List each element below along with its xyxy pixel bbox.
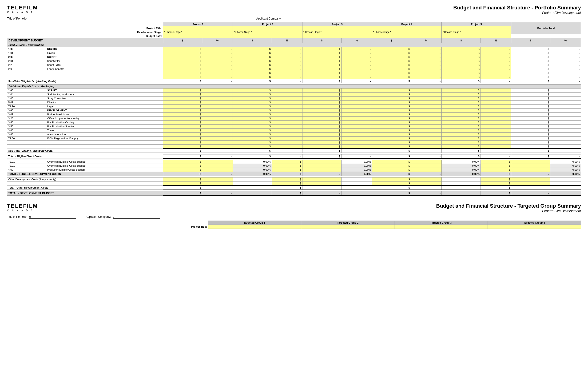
subtotal-scriptwriting-row: Sub-Total (Eligible Scriptwriting Costs)… [7, 79, 581, 83]
table-row: 1.01Option $- $- $- $- $- $- [7, 51, 581, 55]
page2-subtitle: Feature Film Development [436, 209, 581, 213]
total-eligible-dev-row: TOTAL - ELIGIBLE DEVELOPMENT COSTS $ - 0… [7, 172, 581, 176]
project-title-label: Project Title: [7, 26, 163, 30]
telefilm-logo: TELEFILM [7, 5, 38, 11]
table-row: 3.00DEVELOPMENT $- $- $- $- $- $- [7, 109, 581, 112]
table-row: 2.04Scriptwriting workshops $- $- $- $- … [7, 92, 581, 97]
applicant-label: Applicant Company: [256, 17, 281, 20]
table-row: 2.05Story Consultant $- $- $- $- $- $- [7, 97, 581, 100]
project4-header: Project 4 [372, 22, 441, 26]
table-row: 72.50ISAN Registration (if appl.) $- $- … [7, 137, 581, 141]
page2-title: Budget and Financial Structure - Targete… [436, 203, 581, 209]
table-row: $ $ $ $ $ $ [7, 71, 581, 75]
budget-table: Project 1 Project 2 Project 3 Project 4 … [7, 22, 581, 164]
table-row: 2.90Fringe benefits $- $- $- $- $- $- [7, 67, 581, 71]
targeted-groups-table: Targeted Group 1 Targeted Group 2 Target… [7, 221, 581, 229]
table-row: $- $- $- $- $- $- [7, 144, 581, 149]
tg3-header: Targeted Group 3 [394, 221, 488, 225]
applicant-label-2: Applicant Company: [86, 215, 111, 219]
table-row: 3.25Office (co-productions only) $- $- $… [7, 117, 581, 121]
applicant-value-2: 0 [113, 215, 160, 219]
table-row: $- $- $- $- $- $- [7, 75, 581, 79]
table-row: 2.00SCRIPT $- $- $- $- $- $- [7, 88, 581, 92]
project2-header: Project 2 [233, 22, 303, 26]
other-dev-row2: $- $- $- $- [7, 181, 581, 186]
table-row: 3.65Accommodation $- $- $- $- $- $- [7, 132, 581, 137]
subtotal-packaging-row: Sub-Total (Eligible Packaging Costs) $ -… [7, 149, 581, 153]
portfolio-total-header: Portfolio Total [511, 22, 581, 34]
project3-header: Project 3 [302, 22, 372, 26]
tg1-header: Targeted Group 1 [208, 221, 301, 225]
table-row: 3.60Travel $- $- $- $- $- $- [7, 129, 581, 132]
scriptwriting-section-header: Eligible Costs - Scriptwriting [7, 43, 581, 47]
other-dev-row1: Other Development Costs (if any; specify… [7, 177, 581, 181]
table-row: $ $ $ $ $ $ [7, 141, 581, 144]
overhead-producer-table: 72.01Overhead (Eligible Costs Budget) $-… [7, 164, 581, 196]
table-row: 3.50Pre-Production Scouting $- $- $- $- … [7, 124, 581, 129]
table-row: 2.00SCRIPT $- $- $- $- $- $- [7, 55, 581, 59]
portfolio-label: Title of Portfolio: [7, 17, 27, 20]
table-row: 2.01Scriptwriter $- $- $- $- $- $- [7, 59, 581, 63]
table-row: 5.01Director $- $- $- $- $- $- [7, 100, 581, 105]
table-row: 3.40Pre-Production Casting $- $- $- $- $… [7, 121, 581, 124]
canada-text: C A N A D A [7, 11, 38, 14]
budget-date-label: Budget Date: [7, 34, 163, 38]
logo-area-2: TELEFILM C A N A D A [7, 203, 38, 212]
page-subtitle: Feature Film Development [453, 11, 581, 15]
project5-header: Project 5 [441, 22, 511, 26]
overhead-row: 72.01Overhead (Eligible Costs Budget) $-… [7, 160, 581, 164]
portfolio-label-2: Title of Portfolio: [7, 215, 27, 219]
telefilm-logo-2: TELEFILM [7, 203, 38, 209]
table-row: 71.10Legal $- $- $- $- $- $- [7, 105, 581, 109]
overhead-row: 72.01Overhead (Eligible Costs Budget) $-… [7, 164, 581, 168]
dev-stage-label: Development Stage: [7, 30, 163, 34]
logo-area: TELEFILM C A N A D A [7, 5, 38, 14]
dev-budget-section: DEVELOPMENT BUDGET [7, 38, 163, 43]
table-row: 2.20Script Editor $- $- $- $- $- $- [7, 63, 581, 67]
table-row: 1.00 RIGHTS $- $- $- $- $- $- [7, 47, 581, 51]
total-eligible-direct-row: Total - Eligible Direct Costs $ - $ - $ … [7, 154, 581, 158]
canada-text-2: C A N A D A [7, 209, 38, 212]
producer-row: 4.00Producer (Eligible Costs Budget) $- … [7, 168, 581, 172]
tg2-header: Targeted Group 2 [301, 221, 394, 225]
project1-header: Project 1 [163, 22, 233, 26]
tg4-header: Targeted Group 4 [488, 221, 581, 225]
table-row: 3.01Budget breakdown $- $- $- $- $- $- [7, 112, 581, 117]
page-title: Budget and Financial Structure - Portfol… [453, 5, 581, 11]
project-title-label-2: Project Title: [7, 225, 208, 229]
total-dev-budget-row: TOTAL - DEVELOPMENT BUDGET $ - $ - $ - $… [7, 191, 581, 196]
total-other-dev-row: Total - Other Development Costs $ - $ - … [7, 186, 581, 190]
portfolio-value-2: 0 [29, 215, 76, 219]
packaging-section-header: Additional Eligible Costs - Packaging [7, 85, 581, 88]
